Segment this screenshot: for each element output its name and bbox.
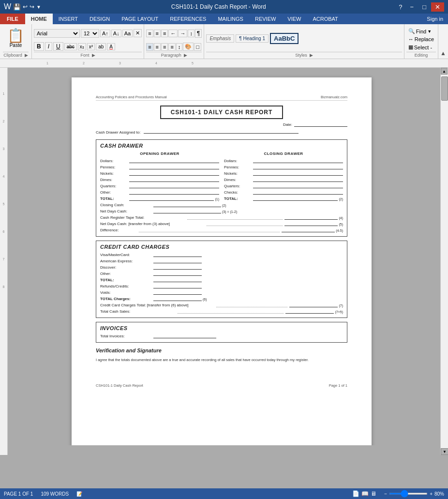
italic-btn[interactable]: I	[45, 42, 52, 51]
page-layout-tab[interactable]: PAGE LAYOUT	[116, 14, 164, 24]
underline-btn[interactable]: U	[53, 42, 63, 51]
ribbon-collapse-btn[interactable]: ▲	[440, 50, 446, 57]
indent-decrease-btn[interactable]: ←	[168, 30, 178, 37]
multilevel-btn[interactable]: ≡	[161, 30, 168, 37]
undo-quick[interactable]: ↩	[23, 3, 28, 10]
borders-btn[interactable]: □	[194, 43, 201, 51]
word-icon: W	[4, 2, 11, 11]
text-color-btn[interactable]: A	[107, 43, 115, 50]
shading-btn[interactable]: 🎨	[183, 43, 194, 51]
style-emphasis[interactable]: Emphasis	[206, 34, 234, 43]
style-heading1[interactable]: ¶ Heading 1	[236, 34, 269, 43]
align-right-btn[interactable]: ≡	[161, 43, 168, 51]
indent-increase-btn[interactable]: →	[178, 30, 187, 37]
cash-drawer-title: CASH DRAWER	[100, 143, 343, 149]
vertical-ruler: 12345678	[0, 68, 8, 455]
home-tab[interactable]: HOME	[25, 14, 53, 24]
verification-title: Verification and Signature	[96, 348, 347, 353]
replace-button[interactable]: ↔ Replace	[406, 36, 436, 43]
justify-btn[interactable]: ≡	[168, 43, 175, 51]
invoices-section: INVOICES Total Invoices:	[96, 322, 347, 343]
references-tab[interactable]: REFERENCES	[164, 14, 212, 24]
align-left-btn[interactable]: ≡	[146, 43, 153, 51]
invoices-title: INVOICES	[100, 325, 343, 331]
font-family-select[interactable]: Arial	[34, 29, 80, 38]
review-tab[interactable]: REVIEW	[249, 14, 282, 24]
sort-btn[interactable]: ↕	[188, 30, 194, 37]
verification-section: Verification and Signature I agree that …	[96, 347, 347, 364]
find-button[interactable]: 🔍 Find ▼	[406, 28, 436, 35]
scroll-thumb[interactable]	[441, 76, 448, 101]
report-title: CSH101-1 DAILY CASH REPORT	[160, 106, 284, 119]
show-hide-btn[interactable]: ¶	[195, 29, 202, 38]
redo-quick[interactable]: ↪	[30, 3, 34, 10]
page-footer: CSH101-1 Daily Cash Report Page 1 of 1	[96, 383, 347, 388]
acrobat-tab[interactable]: ACROBAT	[307, 14, 343, 24]
replace-icon: ↔	[408, 36, 414, 42]
window-title: CSH101-1 Daily Cash Report - Word	[41, 3, 396, 10]
clear-format-btn[interactable]: ✕	[134, 29, 142, 37]
highlight-btn[interactable]: ab	[96, 43, 106, 50]
select-button[interactable]: ▦ Select -	[406, 44, 436, 51]
cash-drawer-section: CASH DRAWER OPENING DRAWER Dollars: Penn…	[96, 139, 347, 237]
date-label: Date:	[283, 122, 292, 127]
font-size-select[interactable]: 12	[81, 29, 99, 38]
line-spacing-btn[interactable]: ↕	[176, 43, 183, 51]
numbering-btn[interactable]: ≡	[154, 30, 161, 37]
sign-in-button[interactable]: Sign in	[422, 14, 448, 24]
font-shrink-btn[interactable]: A↓	[111, 30, 121, 37]
strikethrough-btn[interactable]: abc	[64, 43, 77, 50]
insert-tab[interactable]: INSERT	[53, 14, 84, 24]
drawer-assigned-label: Cash Drawer Assigned to:	[96, 130, 141, 135]
design-tab[interactable]: DESIGN	[84, 14, 116, 24]
change-case-btn[interactable]: Aa	[122, 30, 133, 37]
mailings-tab[interactable]: MAILINGS	[212, 14, 249, 24]
search-icon: 🔍	[408, 28, 415, 34]
document-page: Accounting Policies and Procedures Manua…	[72, 77, 372, 445]
select-icon: ▦	[408, 44, 413, 50]
font-grow-btn[interactable]: A↑	[100, 30, 110, 37]
superscript-btn[interactable]: x²	[87, 43, 95, 50]
restore-button[interactable]: □	[418, 2, 430, 12]
view-tab[interactable]: VIEW	[282, 14, 307, 24]
subscript-btn[interactable]: x₂	[78, 43, 86, 50]
help-button[interactable]: ?	[396, 2, 405, 12]
close-button[interactable]: ✕	[431, 2, 444, 12]
bullets-btn[interactable]: ≡	[146, 30, 153, 37]
style-heading2[interactable]: AaBbC	[270, 33, 299, 44]
quick-more[interactable]: ▼	[36, 4, 41, 10]
save-quick[interactable]: 💾	[13, 3, 21, 11]
bold-btn[interactable]: B	[34, 42, 44, 51]
page-header: Accounting Policies and Procedures Manua…	[96, 95, 347, 101]
paste-button[interactable]: 📋 Paste	[3, 27, 29, 50]
credit-card-title: CREDIT CARD CHARGES	[100, 244, 343, 250]
align-center-btn[interactable]: ≡	[154, 43, 161, 51]
verification-text: I agree that the totals documented above…	[96, 357, 347, 363]
file-tab[interactable]: FILE	[0, 14, 25, 24]
minimize-button[interactable]: −	[406, 2, 418, 12]
credit-card-section: CREDIT CARD CHARGES Visa/MasterCard: Ame…	[96, 241, 347, 318]
vertical-scrollbar[interactable]: ▲ ▼	[440, 68, 448, 455]
